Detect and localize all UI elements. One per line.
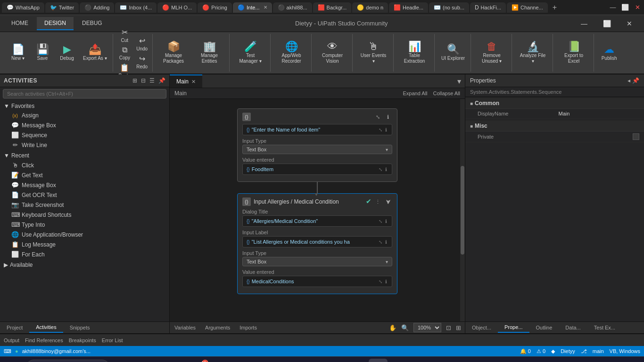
inter-tab-close-icon[interactable]: ✕: [264, 5, 267, 10]
app-web-recorder-button[interactable]: 🌐 App/Web Recorder: [274, 40, 308, 66]
browser-tab-mlh[interactable]: 🔴 MLH O...: [157, 2, 197, 13]
user-events-button[interactable]: 🖱 User Events ▾: [356, 40, 390, 66]
undo-button[interactable]: ↩ Undo: [134, 35, 149, 52]
output-tab-find-references[interactable]: Find References: [25, 337, 63, 343]
maximize-icon[interactable]: ⬜: [620, 4, 630, 11]
panel-tab-object[interactable]: Object...: [465, 323, 498, 332]
sidebar-item-for-each[interactable]: ⬜ For Each: [0, 249, 169, 259]
center-icon[interactable]: ⊞: [456, 324, 461, 331]
output-tab-breakpoints[interactable]: Breakpoints: [69, 337, 96, 343]
title-minimize-icon[interactable]: —: [573, 15, 595, 32]
export-to-excel-button[interactable]: 📗 Export to Excel: [557, 40, 591, 66]
field-dialog-title-1-value[interactable]: {} "Enter the Name of food item" ⤡ ℹ: [242, 124, 392, 135]
browser-tab-whatsapp[interactable]: 💬 WhatsApp: [2, 2, 44, 13]
hand-icon[interactable]: ✋: [389, 324, 396, 331]
field-val1-info-icon[interactable]: ℹ: [384, 166, 388, 173]
new-button[interactable]: 📄 New ▾: [7, 42, 29, 63]
close-icon[interactable]: ✕: [633, 4, 642, 11]
manage-packages-button[interactable]: 📦 Manage Packages: [157, 40, 190, 66]
manage-entities-button[interactable]: 🏢 Manage Entities: [192, 40, 226, 66]
cut-button[interactable]: ✂ Cut: [117, 27, 133, 44]
sidebar-item-write-line[interactable]: ✏ Write Line: [0, 140, 169, 150]
taskbar-instagram-icon[interactable]: 📸: [289, 359, 308, 362]
field-input-type-1-select[interactable]: Text Box ▾: [242, 145, 392, 154]
recent-section-header[interactable]: ▼ Recent: [0, 151, 169, 160]
sidebar-item-message-box2[interactable]: 💬 Message Box: [0, 180, 169, 190]
sidebar-item-log-message[interactable]: 📋 Log Message: [0, 239, 169, 249]
browser-tab-channe[interactable]: ▶️ Channe...: [507, 2, 548, 13]
tab-debug[interactable]: DEBUG: [74, 17, 110, 30]
title-maximize-icon[interactable]: ⬜: [596, 15, 618, 32]
favorites-section-header[interactable]: ▼ Favorites: [0, 101, 169, 111]
output-tab-error-list[interactable]: Error List: [102, 337, 123, 343]
tab-home[interactable]: HOME: [4, 17, 36, 30]
field-input-type-2-select[interactable]: Text Box ▾: [242, 257, 392, 266]
sidebar-item-click[interactable]: 🖱 Click: [0, 160, 169, 170]
expand-val1-icon[interactable]: ⤡: [378, 166, 383, 173]
minimize-icon[interactable]: —: [608, 4, 618, 11]
field-ve2-info-icon[interactable]: ℹ: [384, 279, 388, 285]
bottom-tab-snippets[interactable]: Snippets: [63, 323, 97, 332]
taskbar-store-icon[interactable]: 🛍: [171, 359, 190, 362]
table-extraction-button[interactable]: 📊 Table Extraction: [397, 40, 431, 66]
canvas-bottom-tab-arguments[interactable]: Arguments: [200, 323, 235, 332]
remove-unused-button[interactable]: 🗑 Remove Unused ▾: [475, 40, 509, 66]
taskbar-app10-icon[interactable]: 🟣: [388, 359, 407, 362]
taskbar-chrome-icon[interactable]: 🌐: [210, 359, 229, 362]
browser-tab-backgr[interactable]: 🟥 Backgr...: [313, 2, 352, 13]
tab-design[interactable]: DESIGN: [37, 17, 74, 30]
taskbar-photos-icon[interactable]: 📷: [270, 359, 289, 362]
private-checkbox[interactable]: [633, 133, 639, 140]
search-activities-input[interactable]: [3, 89, 166, 99]
taskbar-edge-icon[interactable]: 🌀: [131, 359, 150, 362]
panel-tab-data[interactable]: Data...: [559, 323, 587, 332]
export-as-button[interactable]: 📤 Export As ▾: [80, 42, 110, 63]
new-tab-button[interactable]: +: [549, 3, 561, 12]
canvas-bottom-tab-imports[interactable]: Imports: [235, 323, 262, 332]
browser-tab-gmail[interactable]: ✉️ Inbox (4...: [115, 2, 157, 13]
browser-tab-headle[interactable]: 🟥 Headle...: [389, 2, 428, 13]
browser-tab-adding[interactable]: ⚫ Adding: [80, 2, 114, 13]
panel-tab-outline[interactable]: Outline: [529, 323, 559, 332]
sidebar-item-use-app-browser[interactable]: 🌐 Use Application/Browser: [0, 230, 169, 239]
expand-ve2-icon[interactable]: ⤡: [378, 279, 383, 285]
canvas-bottom-tab-variables[interactable]: Variables: [170, 323, 200, 332]
analyze-file-button[interactable]: 🔬 Analyze File ▾: [516, 40, 550, 66]
field-il2-info-icon[interactable]: ℹ: [384, 239, 388, 245]
node-info-icon[interactable]: ℹ: [384, 113, 392, 121]
expand-il2-icon[interactable]: ⤡: [378, 239, 383, 245]
field-dt2-info-icon[interactable]: ℹ: [384, 218, 388, 224]
save-button[interactable]: 💾 Save: [31, 42, 54, 63]
browser-tab-nosub[interactable]: ✉️ (no sub...: [429, 2, 469, 13]
filter-icon[interactable]: ☰: [149, 77, 155, 84]
node-allergies-collapse-icon[interactable]: ⮟: [384, 197, 392, 206]
copy-button[interactable]: ⧉ Copy: [117, 45, 133, 61]
zoom-select[interactable]: 100%75%50%150%: [413, 323, 441, 332]
field-input-label-2-value[interactable]: {} "List Allergies or Medical conditions…: [242, 236, 392, 247]
taskbar-search-box[interactable]: 🔍 Search: [25, 360, 110, 362]
taskbar-chat-icon[interactable]: 💬 99+: [190, 359, 209, 362]
canvas-dropdown-icon[interactable]: ▾: [454, 75, 465, 88]
sidebar-item-take-screenshot[interactable]: 📷 Take Screenshot: [0, 200, 169, 210]
panel-tab-properties[interactable]: Prope...: [498, 322, 529, 333]
expand-icon[interactable]: ⊞: [132, 77, 137, 84]
collapse-all-button[interactable]: Collapse All: [433, 90, 460, 96]
canvas-tab-close-icon[interactable]: ✕: [191, 79, 196, 85]
displayname-value[interactable]: Main: [559, 111, 640, 116]
magnify-icon[interactable]: 🔍: [401, 324, 409, 331]
node-expand-icon[interactable]: ⤡: [373, 113, 382, 121]
taskbar-task-view-icon[interactable]: ⬛: [111, 359, 130, 362]
taskbar-browser2-icon[interactable]: 🦁: [349, 359, 368, 362]
debug-button[interactable]: ▶ Debug: [56, 42, 78, 63]
browser-tab-hackfi[interactable]: D HackFi...: [470, 2, 506, 13]
fit-screen-icon[interactable]: ⊡: [446, 324, 451, 331]
node-allergies-menu-icon[interactable]: ⋮: [373, 197, 382, 206]
redo-button[interactable]: ↪ Redo: [134, 53, 149, 70]
field-value-entered-1-value[interactable]: {} FoodItem ⤡ ℹ: [242, 164, 392, 175]
windows-start-button[interactable]: ⊞: [2, 357, 25, 362]
canvas-scroll-area[interactable]: {} ⤡ ℹ {} "Enter the Name of food item": [170, 99, 465, 321]
available-section-header[interactable]: ▶ Available: [0, 260, 169, 270]
expand-all-button[interactable]: Expand All: [403, 90, 428, 96]
title-close-icon[interactable]: ✕: [619, 15, 640, 32]
browser-tab-twitter[interactable]: 🐦 Twitter: [45, 2, 79, 13]
